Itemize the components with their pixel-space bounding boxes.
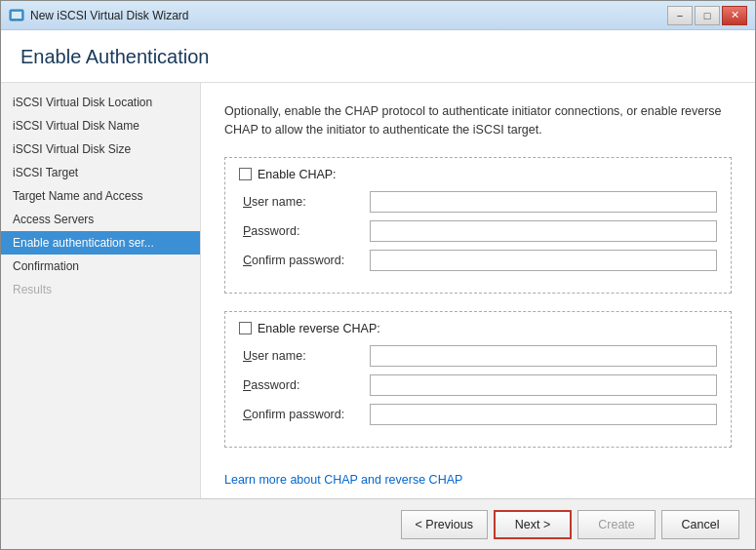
enable-reverse-chap-label[interactable]: Enable reverse CHAP: bbox=[258, 322, 380, 335]
rchap-password-input[interactable] bbox=[370, 374, 717, 396]
enable-chap-checkbox[interactable] bbox=[239, 168, 252, 180]
chap-password-label: Password: bbox=[243, 224, 370, 238]
page-header: Enable Authentication bbox=[1, 30, 755, 83]
enable-reverse-chap-checkbox[interactable] bbox=[239, 322, 252, 334]
title-bar: New iSCSI Virtual Disk Wizard − □ ✕ bbox=[1, 1, 755, 30]
sidebar-item-iscsi-location[interactable]: iSCSI Virtual Disk Location bbox=[1, 91, 200, 114]
chap-confirm-input[interactable] bbox=[370, 250, 717, 271]
title-bar-controls: − □ ✕ bbox=[667, 6, 747, 25]
title-bar-left: New iSCSI Virtual Disk Wizard bbox=[9, 8, 188, 23]
window-title: New iSCSI Virtual Disk Wizard bbox=[30, 9, 188, 22]
chap-section: Enable CHAP: User name: Password: Confir… bbox=[224, 157, 732, 294]
minimize-button[interactable]: − bbox=[667, 6, 693, 25]
window-icon bbox=[9, 8, 24, 23]
maximize-button[interactable]: □ bbox=[695, 6, 720, 25]
chap-username-label: User name: bbox=[243, 195, 370, 209]
chap-header: Enable CHAP: bbox=[239, 168, 717, 181]
page-title: Enable Authentication bbox=[20, 46, 736, 68]
reverse-chap-section: Enable reverse CHAP: User name: Password… bbox=[224, 311, 732, 448]
rchap-password-row: Password: bbox=[239, 374, 717, 396]
chap-username-row: User name: bbox=[239, 191, 717, 213]
content-area: Optionally, enable the CHAP protocol to … bbox=[201, 83, 755, 498]
chap-confirm-row: Confirm password: bbox=[239, 250, 717, 271]
sidebar-item-confirmation[interactable]: Confirmation bbox=[1, 255, 200, 278]
rchap-confirm-row: Confirm password: bbox=[239, 404, 717, 425]
cancel-button[interactable]: Cancel bbox=[661, 510, 739, 539]
previous-button[interactable]: < Previous bbox=[401, 510, 488, 539]
svg-rect-2 bbox=[12, 20, 16, 20]
chap-password-row: Password: bbox=[239, 220, 717, 242]
sidebar-item-target-name[interactable]: Target Name and Access bbox=[1, 184, 200, 208]
svg-rect-1 bbox=[12, 12, 21, 19]
reverse-chap-header: Enable reverse CHAP: bbox=[239, 322, 717, 335]
chap-confirm-label: Confirm password: bbox=[243, 254, 370, 267]
rchap-confirm-label: Confirm password: bbox=[243, 408, 370, 421]
learn-more-link[interactable]: Learn more about CHAP and reverse CHAP bbox=[224, 473, 462, 487]
rchap-confirm-input[interactable] bbox=[370, 404, 717, 425]
footer: < Previous Next > Create Cancel bbox=[1, 498, 755, 549]
sidebar-item-iscsi-target[interactable]: iSCSI Target bbox=[1, 161, 200, 184]
rchap-username-input[interactable] bbox=[370, 345, 717, 367]
description-text: Optionally, enable the CHAP protocol to … bbox=[224, 102, 732, 139]
rchap-username-row: User name: bbox=[239, 345, 717, 367]
rchap-password-label: Password: bbox=[243, 378, 370, 392]
chap-username-input[interactable] bbox=[370, 191, 717, 213]
sidebar-item-iscsi-size[interactable]: iSCSI Virtual Disk Size bbox=[1, 138, 200, 161]
enable-chap-label[interactable]: Enable CHAP: bbox=[258, 168, 337, 181]
main-area: iSCSI Virtual Disk Location iSCSI Virtua… bbox=[1, 83, 755, 498]
sidebar: iSCSI Virtual Disk Location iSCSI Virtua… bbox=[1, 83, 201, 498]
close-button[interactable]: ✕ bbox=[722, 6, 747, 25]
sidebar-item-results: Results bbox=[1, 278, 200, 301]
chap-password-input[interactable] bbox=[370, 220, 717, 242]
next-button[interactable]: Next > bbox=[494, 510, 572, 539]
sidebar-item-access-servers[interactable]: Access Servers bbox=[1, 208, 200, 231]
sidebar-item-enable-auth[interactable]: Enable authentication ser... bbox=[1, 231, 200, 255]
window-content: Enable Authentication iSCSI Virtual Disk… bbox=[1, 30, 755, 549]
rchap-username-label: User name: bbox=[243, 349, 370, 363]
wizard-window: New iSCSI Virtual Disk Wizard − □ ✕ Enab… bbox=[0, 0, 756, 550]
svg-rect-3 bbox=[18, 20, 21, 20]
create-button[interactable]: Create bbox=[577, 510, 656, 539]
sidebar-item-iscsi-name[interactable]: iSCSI Virtual Disk Name bbox=[1, 114, 200, 138]
